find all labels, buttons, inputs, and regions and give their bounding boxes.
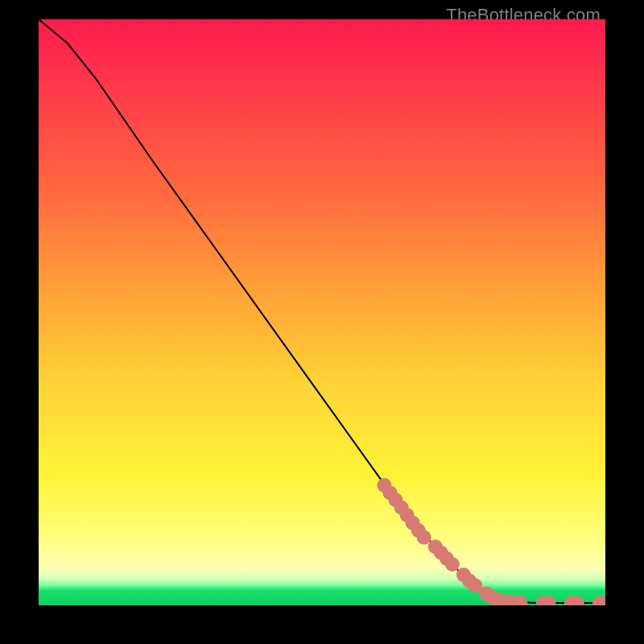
chart-curve bbox=[39, 19, 605, 603]
chart-svg bbox=[39, 19, 605, 605]
chart-marker bbox=[445, 557, 460, 572]
plot-area bbox=[39, 19, 605, 605]
chart-frame: TheBottleneck.com bbox=[0, 0, 644, 644]
chart-markers bbox=[377, 478, 605, 605]
chart-marker bbox=[417, 530, 431, 545]
